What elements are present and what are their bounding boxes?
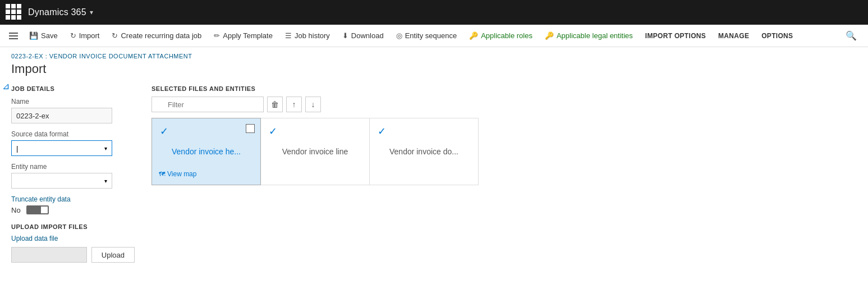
command-bar: 💾 Save ↻ Import ↻ Create recurring data … [0, 25, 868, 47]
entity-name-vendor-invoice-he: Vendor invoice he... [166, 147, 246, 156]
filter-input[interactable] [151, 97, 264, 112]
entity-card-vendor-invoice-line[interactable]: ✓ Vendor invoice line [260, 118, 370, 185]
app-title-caret[interactable]: ▾ [90, 8, 93, 16]
source-data-format-value: | [16, 144, 18, 153]
upload-row: Upload [11, 247, 135, 263]
applicable-legal-icon: 🔑 [545, 31, 554, 40]
left-panel: JOB DETAILS Name Source data format | ▾ … [11, 85, 135, 263]
create-recurring-button[interactable]: ↻ Create recurring data job [106, 28, 207, 43]
move-down-button[interactable]: ↓ [305, 97, 321, 112]
map-icon: 🗺 [159, 171, 165, 177]
apply-template-icon: ✏ [214, 31, 220, 40]
job-history-button[interactable]: ☰ Job history [279, 28, 336, 43]
check-icon-vendor-invoice-line: ✓ [269, 125, 277, 138]
entity-name-chevron: ▾ [104, 178, 107, 184]
check-icon-vendor-invoice-do: ✓ [378, 125, 386, 138]
search-button[interactable]: 🔍 [839, 27, 864, 44]
right-panel: SELECTED FILES AND ENTITIES 🔍 🗑 ↑ ↓ [151, 85, 857, 263]
delete-button[interactable]: 🗑 [267, 97, 283, 112]
delete-icon: 🗑 [271, 100, 279, 109]
toggle-no-label: No [11, 206, 21, 214]
filter-sidebar-icon[interactable]: ⊿ [2, 81, 10, 91]
manage-button[interactable]: MANAGE [713, 29, 755, 43]
name-input[interactable] [11, 108, 112, 123]
applicable-roles-icon: 🔑 [469, 31, 478, 40]
truncate-toggle[interactable] [26, 205, 49, 214]
import-options-button[interactable]: IMPORT OPTIONS [640, 29, 711, 43]
name-label: Name [11, 98, 135, 106]
hamburger-menu[interactable] [4, 28, 22, 44]
source-data-format-group: Source data format | ▾ [11, 130, 135, 156]
entity-card-vendor-invoice-do[interactable]: ✓ Vendor invoice do... [369, 118, 479, 185]
upload-data-file-label: Upload data file [11, 235, 135, 242]
filter-input-wrap: 🔍 [151, 97, 264, 112]
import-icon: ↻ [70, 31, 76, 40]
create-recurring-icon: ↻ [112, 31, 118, 40]
upload-file-input[interactable] [11, 247, 87, 263]
view-map-link-vendor-invoice-he[interactable]: 🗺 View map [159, 170, 196, 178]
page-title: Import [11, 62, 857, 76]
check-icon-vendor-invoice-he: ✓ [160, 125, 168, 138]
save-button[interactable]: 💾 Save [24, 28, 63, 43]
move-down-icon: ↓ [311, 100, 315, 109]
options-button[interactable]: OPTIONS [756, 29, 798, 43]
breadcrumb: 0223-2-EX : VENDOR INVOICE DOCUMENT ATTA… [11, 53, 857, 59]
download-icon: ⬇ [342, 31, 348, 40]
upload-button[interactable]: Upload [91, 247, 135, 263]
entity-cards: ✓ Vendor invoice he... 🗺 View map ✓ Vend… [151, 118, 857, 185]
download-button[interactable]: ⬇ Download [337, 28, 389, 43]
apps-grid-icon[interactable] [6, 4, 22, 21]
truncate-label: Truncate entity data [11, 195, 135, 203]
entity-name-vendor-invoice-line: Vendor invoice line [277, 147, 354, 156]
entity-sequence-icon: ◎ [396, 31, 402, 40]
move-up-icon: ↑ [292, 100, 296, 109]
import-button[interactable]: ↻ Import [65, 28, 105, 43]
source-data-format-label: Source data format [11, 130, 135, 138]
save-icon: 💾 [29, 31, 38, 40]
entity-card-vendor-invoice-he[interactable]: ✓ Vendor invoice he... 🗺 View map [151, 118, 261, 185]
main-layout: JOB DETAILS Name Source data format | ▾ … [11, 85, 857, 263]
filter-toolbar: 🔍 🗑 ↑ ↓ [151, 97, 857, 112]
applicable-roles-button[interactable]: 🔑 Applicable roles [463, 28, 538, 43]
truncate-group: Truncate entity data No [11, 195, 135, 214]
apply-template-button[interactable]: ✏ Apply Template [208, 28, 278, 43]
name-field-group: Name [11, 98, 135, 123]
top-bar: Dynamics 365 ▾ [0, 0, 868, 25]
select-box-vendor-invoice-he[interactable] [246, 124, 255, 133]
entity-sequence-button[interactable]: ◎ Entity sequence [391, 28, 463, 43]
entity-name-vendor-invoice-do: Vendor invoice do... [384, 147, 464, 156]
move-up-button[interactable]: ↑ [286, 97, 302, 112]
applicable-legal-entities-button[interactable]: 🔑 Applicable legal entities [539, 28, 639, 43]
source-data-format-chevron: ▾ [104, 145, 107, 152]
entity-name-label: Entity name [11, 163, 135, 171]
upload-section-header: UPLOAD IMPORT FILES [11, 223, 135, 230]
page-content: ⊿ 0223-2-EX : VENDOR INVOICE DOCUMENT AT… [0, 47, 868, 268]
selected-files-header: SELECTED FILES AND ENTITIES [151, 85, 857, 92]
entity-name-group: Entity name ▾ [11, 163, 135, 189]
job-details-header: JOB DETAILS [11, 85, 135, 92]
entity-name-select[interactable]: ▾ [11, 173, 112, 189]
toggle-row: No [11, 205, 135, 214]
app-title: Dynamics 365 [28, 7, 86, 17]
source-data-format-select[interactable]: | ▾ [11, 140, 112, 156]
job-history-icon: ☰ [285, 31, 292, 40]
